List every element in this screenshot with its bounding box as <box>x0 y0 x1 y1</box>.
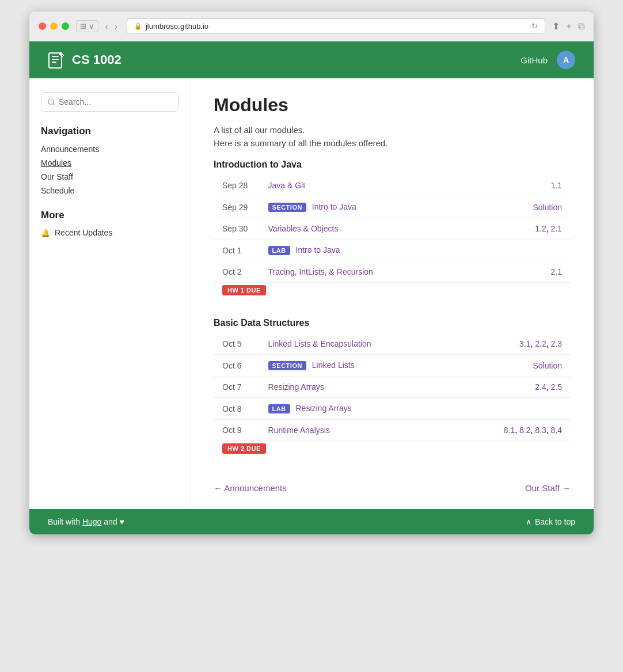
hugo-link[interactable]: Hugo <box>82 517 101 526</box>
back-button[interactable]: ‹ <box>103 21 111 32</box>
topic-cell: Runtime Analysis <box>260 420 451 441</box>
section-heading-basic-ds: Basic Data Structures <box>214 318 571 328</box>
logo-icon <box>48 51 66 69</box>
date-cell: Sep 28 <box>214 175 260 196</box>
table-row: Sep 29 SECTION Intro to Java Solution <box>214 196 571 218</box>
more-section-title: More <box>41 210 178 221</box>
reading-link[interactable]: 2.3 <box>551 339 562 348</box>
reading-link[interactable]: 1.1 <box>551 181 562 190</box>
nav-link-modules[interactable]: Modules <box>41 158 71 168</box>
browser-controls: ⊞ ∨ ‹ › <box>76 20 120 32</box>
module-table-intro-java: Sep 28 Java & Git 1.1 Sep 29 SECTION Int… <box>214 174 571 302</box>
forward-button[interactable]: › <box>112 21 120 32</box>
recent-updates-item[interactable]: 🔔 Recent Updates <box>41 228 178 237</box>
page-desc1: A list of all our modules. <box>214 125 571 135</box>
reading-link[interactable]: 1.2 <box>535 224 546 233</box>
svg-rect-0 <box>49 53 62 68</box>
next-link[interactable]: Our Staff → <box>525 483 571 493</box>
address-bar[interactable]: 🔒 jlumbroso.github.io ↻ <box>127 18 545 34</box>
search-input[interactable] <box>41 92 178 112</box>
reading-link[interactable]: 2.2 <box>535 339 546 348</box>
nav-links: Announcements Modules Our Staff Schedule <box>41 144 178 196</box>
reading-link[interactable]: 8.3 <box>535 426 546 435</box>
reading-link[interactable]: 2.5 <box>551 382 562 392</box>
site-body: Navigation Announcements Modules Our Sta… <box>29 78 594 509</box>
table-row: Oct 2 Tracing, IntLists, & Recursion 2.1 <box>214 261 571 283</box>
footer-right: ∧ Back to top <box>526 517 575 526</box>
reading-link[interactable]: 8.4 <box>551 426 562 435</box>
footer-left: Built with Hugo and ♥ <box>48 517 124 526</box>
lab-badge: LAB <box>268 246 290 255</box>
reading-link[interactable]: 8.2 <box>519 426 530 435</box>
sidebar: Navigation Announcements Modules Our Sta… <box>29 78 191 509</box>
topic-link[interactable]: Runtime Analysis <box>268 426 330 435</box>
footer-heart: and ♥ <box>104 517 124 526</box>
topic-link[interactable]: Linked Lists & Encapsulation <box>268 339 371 348</box>
reload-icon[interactable]: ↻ <box>531 22 538 31</box>
topic-link[interactable]: Java & Git <box>268 181 306 190</box>
site-logo: CS 1002 <box>48 51 121 69</box>
traffic-light-green[interactable] <box>62 22 69 30</box>
topic-link[interactable]: Linked Lists <box>312 360 355 370</box>
reading-link[interactable]: 2.1 <box>551 224 562 233</box>
topic-cell: Tracing, IntLists, & Recursion <box>260 261 486 283</box>
chevron-up-icon: ∧ <box>526 517 531 526</box>
section-badge: SECTION <box>268 203 306 212</box>
table-row: Sep 30 Variables & Objects 1.2, 2.1 <box>214 218 571 240</box>
topic-link[interactable]: Resizing Arrays <box>268 382 324 392</box>
nav-link-schedule[interactable]: Schedule <box>41 186 74 195</box>
topic-link[interactable]: Resizing Arrays <box>296 404 352 413</box>
reading-link[interactable]: 3.1 <box>519 339 530 348</box>
table-row: Oct 8 LAB Resizing Arrays <box>214 398 571 420</box>
prev-link[interactable]: ← Announcements <box>214 483 287 493</box>
topic-link[interactable]: Intro to Java <box>312 202 356 211</box>
due-row: HW 2 DUE <box>214 441 571 460</box>
topic-cell: Java & Git <box>260 175 486 196</box>
lab-badge: LAB <box>268 404 290 413</box>
module-table-basic-ds: Oct 5 Linked Lists & Encapsulation 3.1, … <box>214 333 571 460</box>
traffic-lights <box>39 22 69 30</box>
nav-item-schedule: Schedule <box>41 185 178 196</box>
date-cell: Oct 2 <box>214 261 260 283</box>
date-cell: Oct 6 <box>214 355 260 377</box>
reading-link[interactable]: 2.4 <box>535 382 546 392</box>
topic-link[interactable]: Tracing, IntLists, & Recursion <box>268 267 373 276</box>
new-tab-button[interactable]: ＋ <box>564 20 573 32</box>
site-nav: GitHub A <box>521 51 575 69</box>
nav-link-our-staff[interactable]: Our Staff <box>41 172 73 181</box>
browser-actions: ⬆ ＋ ⧉ <box>552 20 584 32</box>
section-badge: SECTION <box>268 361 306 370</box>
date-cell: Oct 9 <box>214 420 260 441</box>
avatar: A <box>557 51 575 69</box>
nav-section-title: Navigation <box>41 126 178 137</box>
topic-link[interactable]: Variables & Objects <box>268 224 339 233</box>
table-row: Oct 5 Linked Lists & Encapsulation 3.1, … <box>214 333 571 355</box>
share-button[interactable]: ⬆ <box>552 20 560 32</box>
reading-cell: 3.1, 2.2, 2.3 <box>451 333 571 355</box>
github-link[interactable]: GitHub <box>521 55 548 65</box>
back-to-top-link[interactable]: Back to top <box>535 517 575 526</box>
sidebar-toggle-button[interactable]: ⊞ ∨ <box>76 20 98 32</box>
traffic-light-yellow[interactable] <box>50 22 58 30</box>
reading-link[interactable]: Solution <box>533 203 562 212</box>
date-cell: Oct 5 <box>214 333 260 355</box>
topic-cell: Resizing Arrays <box>260 377 451 398</box>
reading-link[interactable]: Solution <box>533 361 562 370</box>
reading-cell: 2.4, 2.5 <box>451 377 571 398</box>
tabs-button[interactable]: ⧉ <box>578 20 584 32</box>
site-footer: Built with Hugo and ♥ ∧ Back to top <box>29 509 594 534</box>
reading-cell: Solution <box>451 355 571 377</box>
topic-cell: Linked Lists & Encapsulation <box>260 333 451 355</box>
reading-link[interactable]: 2.1 <box>551 267 562 276</box>
bell-icon: 🔔 <box>41 229 50 237</box>
traffic-light-red[interactable] <box>39 22 46 30</box>
topic-link[interactable]: Intro to Java <box>296 245 340 255</box>
table-row: Oct 7 Resizing Arrays 2.4, 2.5 <box>214 377 571 398</box>
nav-link-announcements[interactable]: Announcements <box>41 145 99 154</box>
url-text: jlumbroso.github.io <box>146 22 208 31</box>
main-content: Modules A list of all our modules. Here … <box>191 78 594 509</box>
page-desc2: Here is a summary of all the modules off… <box>214 138 571 148</box>
date-cell: Sep 29 <box>214 196 260 218</box>
reading-link[interactable]: 8.1 <box>504 426 515 435</box>
table-row: Sep 28 Java & Git 1.1 <box>214 175 571 196</box>
